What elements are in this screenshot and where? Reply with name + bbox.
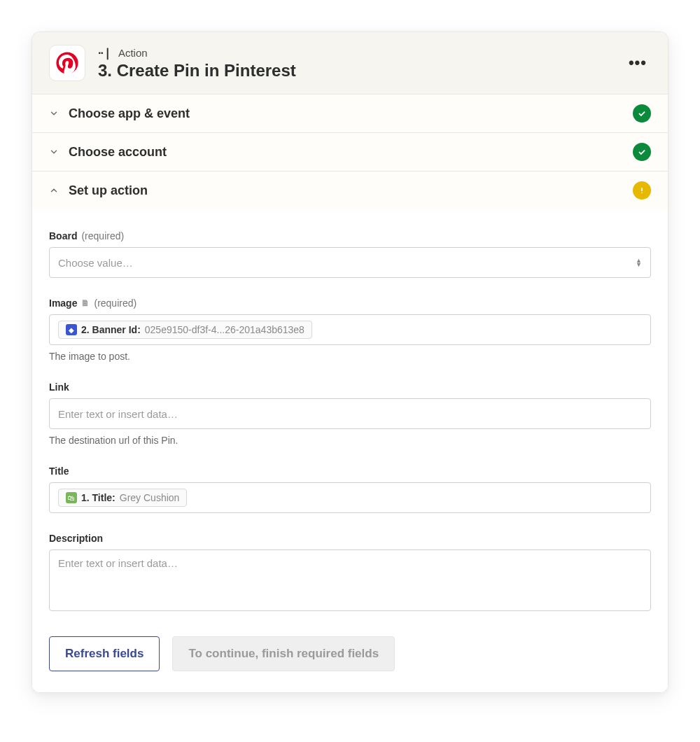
- status-success-icon: [633, 143, 651, 161]
- image-pill[interactable]: ◆ 2. Banner Id: 025e9150-df3f-4...26-201…: [58, 321, 312, 339]
- image-help: The image to post.: [49, 351, 651, 362]
- board-required: (required): [81, 230, 124, 241]
- setup-body: Board (required) Choose value… ▲▼ Image …: [32, 209, 668, 692]
- title-pill[interactable]: 🛍 1. Title: Grey Cushion: [58, 489, 187, 507]
- board-select[interactable]: Choose value… ▲▼: [49, 247, 651, 278]
- refresh-fields-button[interactable]: Refresh fields: [49, 636, 160, 671]
- title-pill-label: 1. Title:: [81, 492, 115, 503]
- card-header: ··❘ Action 3. Create Pin in Pinterest ••…: [32, 32, 668, 94]
- description-label: Description: [49, 533, 103, 544]
- section-choose-account: Choose account: [32, 133, 668, 172]
- section-title: Choose app & event: [69, 106, 633, 121]
- pinterest-icon: [49, 45, 85, 81]
- field-board: Board (required) Choose value… ▲▼: [49, 230, 651, 278]
- link-input[interactable]: [58, 407, 642, 421]
- doc-icon: 🗎: [81, 298, 90, 308]
- action-kicker: Action: [118, 47, 148, 59]
- shopify-icon: 🛍: [66, 492, 77, 503]
- section-head-setup[interactable]: Set up action: [32, 172, 668, 209]
- description-input[interactable]: [58, 556, 642, 605]
- link-label: Link: [49, 382, 69, 393]
- field-title: Title 🛍 1. Title: Grey Cushion: [49, 465, 651, 513]
- image-pill-value: 025e9150-df3f-4...26-201a43b613e8: [145, 324, 304, 335]
- field-image: Image 🗎 (required) ◆ 2. Banner Id: 025e9…: [49, 298, 651, 362]
- status-success-icon: [633, 104, 651, 122]
- link-input-wrap: [49, 398, 651, 429]
- section-title: Set up action: [69, 183, 633, 198]
- status-warning-icon: [633, 181, 651, 200]
- chevron-down-icon: [49, 147, 59, 157]
- section-setup-action: Set up action Board (required) Choose va…: [32, 172, 668, 692]
- title-input[interactable]: 🛍 1. Title: Grey Cushion: [49, 482, 651, 513]
- action-path-icon: ··❘: [98, 46, 111, 59]
- section-title: Choose account: [69, 145, 633, 160]
- header-text: ··❘ Action 3. Create Pin in Pinterest: [98, 46, 624, 80]
- link-help: The destination url of this Pin.: [49, 435, 651, 446]
- image-label: Image: [49, 298, 77, 309]
- action-card: ··❘ Action 3. Create Pin in Pinterest ••…: [31, 31, 668, 693]
- section-choose-app-event: Choose app & event: [32, 94, 668, 133]
- board-label: Board: [49, 230, 77, 241]
- more-menu-button[interactable]: •••: [624, 50, 651, 76]
- field-link: Link The destination url of this Pin.: [49, 382, 651, 446]
- select-sort-icon: ▲▼: [636, 258, 642, 267]
- title-pill-value: Grey Cushion: [120, 492, 180, 503]
- action-title: 3. Create Pin in Pinterest: [98, 61, 624, 80]
- chevron-up-icon: [49, 186, 59, 195]
- chevron-down-icon: [49, 108, 59, 118]
- bannerbear-icon: ◆: [66, 324, 77, 335]
- button-row: Refresh fields To continue, finish requi…: [49, 636, 651, 671]
- image-input[interactable]: ◆ 2. Banner Id: 025e9150-df3f-4...26-201…: [49, 314, 651, 345]
- image-pill-label: 2. Banner Id:: [81, 324, 141, 335]
- board-placeholder: Choose value…: [58, 257, 133, 269]
- field-description: Description: [49, 533, 651, 611]
- section-head-account[interactable]: Choose account: [32, 133, 668, 171]
- continue-button-disabled: To continue, finish required fields: [172, 636, 395, 671]
- image-required: (required): [94, 298, 136, 309]
- title-label: Title: [49, 465, 69, 477]
- section-head-app-event[interactable]: Choose app & event: [32, 94, 668, 132]
- description-input-wrap: [49, 550, 651, 611]
